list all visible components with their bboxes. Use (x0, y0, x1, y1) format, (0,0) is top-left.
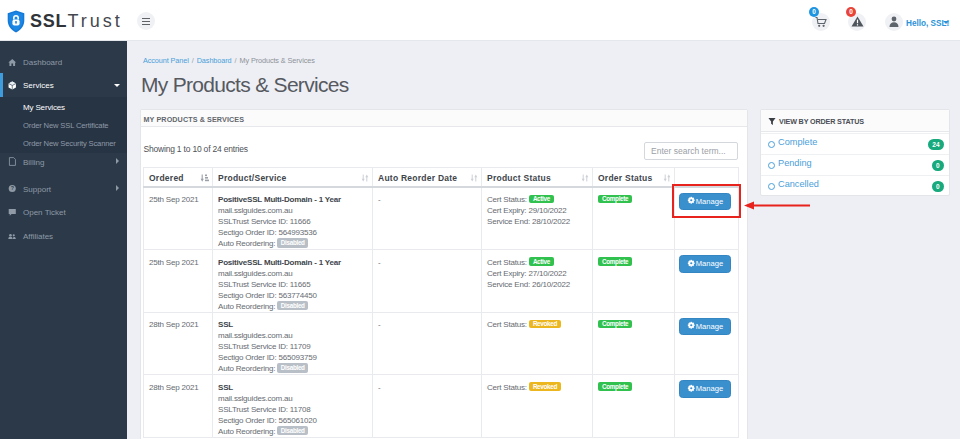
svg-text:?: ? (11, 185, 14, 191)
